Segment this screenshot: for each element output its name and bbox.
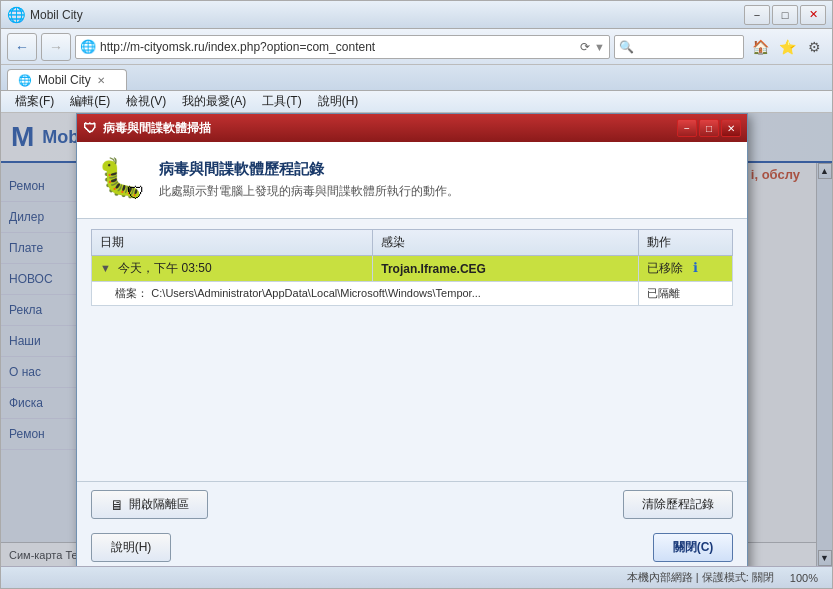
back-button[interactable]: ← (7, 33, 37, 61)
content-area: M Mobil City Ремон Дилер Плате НОВОС Рек… (1, 113, 832, 566)
address-bar[interactable]: 🌐 http://m-cityomsk.ru/index.php?option=… (75, 35, 610, 59)
dialog-maximize-button[interactable]: □ (699, 119, 719, 137)
quarantine-icon: 🖥 (110, 497, 124, 513)
dialog-bottom-row: 說明(H) 關閉(C) (77, 527, 747, 566)
tab-favicon: 🌐 (18, 74, 32, 87)
info-icon[interactable]: ℹ (693, 260, 698, 275)
expand-icon[interactable]: ▼ (100, 262, 111, 274)
dialog-header-icon: 🐛 🛡 (97, 156, 145, 204)
browser-maximize-button[interactable]: □ (772, 5, 798, 25)
quarantine-label: 開啟隔離區 (129, 496, 189, 513)
browser-window: 🌐 Mobil City − □ ✕ ← → 🌐 http://m-cityom… (0, 0, 833, 589)
address-icon: 🌐 (80, 39, 96, 54)
dialog-header-text: 病毒與間諜軟體歷程記錄 此處顯示對電腦上發現的病毒與間諜軟體所執行的動作。 (159, 160, 459, 200)
clear-history-button[interactable]: 清除歷程記錄 (623, 490, 733, 519)
nav-icons-right: 🏠 ⭐ ⚙ (748, 35, 826, 59)
shield-check-icon: 🛡 (127, 183, 145, 204)
menu-file[interactable]: 檔案(F) (7, 91, 62, 112)
website-background: M Mobil City Ремон Дилер Плате НОВОС Рек… (1, 113, 832, 566)
table-row-0[interactable]: ▼ 今天，下午 03:50 Trojan.Iframe.CEG 已移除 ℹ (92, 256, 733, 282)
table-row-0-sub: 檔案： C:\Users\Administrator\AppData\Local… (92, 282, 733, 306)
search-icon: 🔍 (619, 40, 634, 54)
dialog-table-wrap: 日期 感染 動作 ▼ 今天，下午 03:50 Tro (77, 219, 747, 481)
dialog-title-icon: 🛡 (83, 120, 97, 136)
tab-bar: 🌐 Mobil City ✕ (1, 65, 832, 91)
title-bar: 🌐 Mobil City − □ ✕ (1, 1, 832, 29)
sub-row-path: 檔案： C:\Users\Administrator\AppData\Local… (92, 282, 639, 306)
dialog-title-bar: 🛡 病毒與間諜軟體掃描 − □ ✕ (77, 114, 747, 142)
favorites-button[interactable]: ⭐ (775, 35, 799, 59)
dialog-title-text: 🛡 病毒與間諜軟體掃描 (83, 120, 211, 137)
col-action: 動作 (639, 230, 733, 256)
browser-close-button[interactable]: ✕ (800, 5, 826, 25)
dialog-header: 🐛 🛡 病毒與間諜軟體歷程記錄 此處顯示對電腦上發現的病毒與間諜軟體所執行的動作… (77, 142, 747, 219)
menu-edit[interactable]: 編輯(E) (62, 91, 118, 112)
forward-button[interactable]: → (41, 33, 71, 61)
row-0-infection: Trojan.Iframe.CEG (373, 256, 639, 282)
search-magnifier-icon: ▼ (594, 41, 605, 53)
search-bar[interactable]: 🔍 (614, 35, 744, 59)
zoom-level: 100% (782, 572, 826, 584)
row-0-action: 已移除 ℹ (639, 256, 733, 282)
active-tab[interactable]: 🌐 Mobil City ✕ (7, 69, 127, 90)
dialog-close-button[interactable]: 關閉(C) (653, 533, 733, 562)
nav-bar: ← → 🌐 http://m-cityomsk.ru/index.php?opt… (1, 29, 832, 65)
help-button[interactable]: 說明(H) (91, 533, 171, 562)
col-date: 日期 (92, 230, 373, 256)
row-0-date-text: 今天，下午 03:50 (118, 261, 211, 275)
dialog-close-title-button[interactable]: ✕ (721, 119, 741, 137)
dialog-header-title: 病毒與間諜軟體歷程記錄 (159, 160, 459, 179)
dialog-header-desc: 此處顯示對電腦上發現的病毒與間諜軟體所執行的動作。 (159, 183, 459, 200)
dialog-title-label: 病毒與間諜軟體掃描 (103, 120, 211, 137)
sub-row-label: 檔案： (115, 287, 148, 299)
quarantine-button[interactable]: 🖥 開啟隔離區 (91, 490, 208, 519)
tab-label: Mobil City (38, 73, 91, 87)
browser-minimize-button[interactable]: − (744, 5, 770, 25)
dialog-title-controls: − □ ✕ (677, 119, 741, 137)
menu-help[interactable]: 說明(H) (310, 91, 367, 112)
status-bar: 本機內部網路 | 保護模式: 關閉 100% (1, 566, 832, 588)
row-0-action-text: 已移除 (647, 261, 683, 275)
menu-bar: 檔案(F) 編輯(E) 檢視(V) 我的最愛(A) 工具(T) 說明(H) (1, 91, 832, 113)
title-bar-controls: − □ ✕ (744, 5, 826, 25)
title-bar-title: Mobil City (30, 8, 83, 22)
tools-button[interactable]: ⚙ (802, 35, 826, 59)
row-0-date: ▼ 今天，下午 03:50 (92, 256, 373, 282)
refresh-icon[interactable]: ⟳ (580, 40, 590, 54)
antivirus-dialog: 🛡 病毒與間諜軟體掃描 − □ ✕ 🐛 🛡 (76, 113, 748, 566)
address-text: http://m-cityomsk.ru/index.php?option=co… (100, 40, 576, 54)
sub-row-path-text: C:\Users\Administrator\AppData\Local\Mic… (151, 287, 481, 299)
dialog-footer: 🖥 開啟隔離區 清除歷程記錄 (77, 481, 747, 527)
browser-logo-icon: 🌐 (7, 6, 26, 24)
tab-close-button[interactable]: ✕ (97, 75, 105, 86)
menu-tools[interactable]: 工具(T) (254, 91, 309, 112)
col-infection: 感染 (373, 230, 639, 256)
home-button[interactable]: 🏠 (748, 35, 772, 59)
dialog-minimize-button[interactable]: − (677, 119, 697, 137)
security-zone: 本機內部網路 | 保護模式: 關閉 (619, 570, 782, 585)
history-table: 日期 感染 動作 ▼ 今天，下午 03:50 Tro (91, 229, 733, 306)
menu-favorites[interactable]: 我的最愛(A) (174, 91, 254, 112)
menu-view[interactable]: 檢視(V) (118, 91, 174, 112)
title-bar-left: 🌐 Mobil City (7, 6, 83, 24)
sub-row-action: 已隔離 (639, 282, 733, 306)
